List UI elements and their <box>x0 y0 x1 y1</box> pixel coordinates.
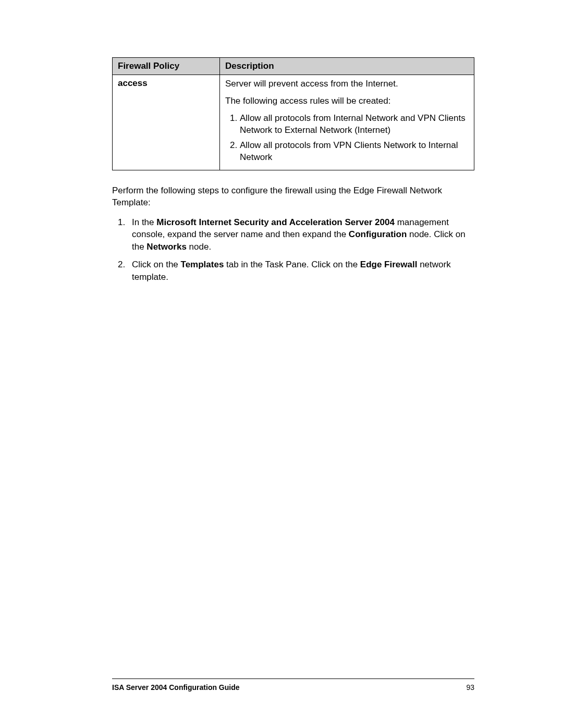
step-1: In the Microsoft Internet Security and A… <box>128 216 474 253</box>
step2-bold-1: Templates <box>181 260 224 269</box>
page-footer: ISA Server 2004 Configuration Guide 93 <box>112 678 474 692</box>
steps-list: In the Microsoft Internet Security and A… <box>112 216 474 283</box>
table-header-row: Firewall Policy Description <box>113 58 474 75</box>
step2-bold-2: Edge Firewall <box>360 260 418 269</box>
step1-text-pre: In the <box>132 217 156 227</box>
header-firewall-policy: Firewall Policy <box>113 58 220 75</box>
intro-paragraph: Perform the following steps to configure… <box>112 185 474 209</box>
step1-text-post: node. <box>187 242 211 252</box>
rule-item-1: Allow all protocols from Internal Networ… <box>240 113 469 137</box>
cell-description: Server will prevent access from the Inte… <box>220 75 474 170</box>
step2-text-pre: Click on the <box>132 260 181 269</box>
document-page: Firewall Policy Description access Serve… <box>0 0 563 728</box>
step1-bold-3: Networks <box>146 242 187 252</box>
desc-para-2: The following access rules will be creat… <box>225 95 469 107</box>
step1-bold-1: Microsoft Internet Security and Accelera… <box>156 217 395 227</box>
rule-item-2: Allow all protocols from VPN Clients Net… <box>240 140 469 164</box>
header-description: Description <box>220 58 474 75</box>
step2-text-mid1: tab in the Task Pane. Click on the <box>224 260 360 269</box>
footer-page-number: 93 <box>466 683 474 692</box>
table-row: access Server will prevent access from t… <box>113 75 474 170</box>
step1-bold-2: Configuration <box>349 229 407 239</box>
footer-title: ISA Server 2004 Configuration Guide <box>112 683 240 692</box>
body-text: Perform the following steps to configure… <box>112 185 474 283</box>
firewall-policy-table: Firewall Policy Description access Serve… <box>112 57 474 170</box>
desc-para-1: Server will prevent access from the Inte… <box>225 78 469 90</box>
desc-rules-list: Allow all protocols from Internal Networ… <box>225 113 469 164</box>
cell-policy-name: access <box>113 75 220 170</box>
step-2: Click on the Templates tab in the Task P… <box>128 258 474 283</box>
